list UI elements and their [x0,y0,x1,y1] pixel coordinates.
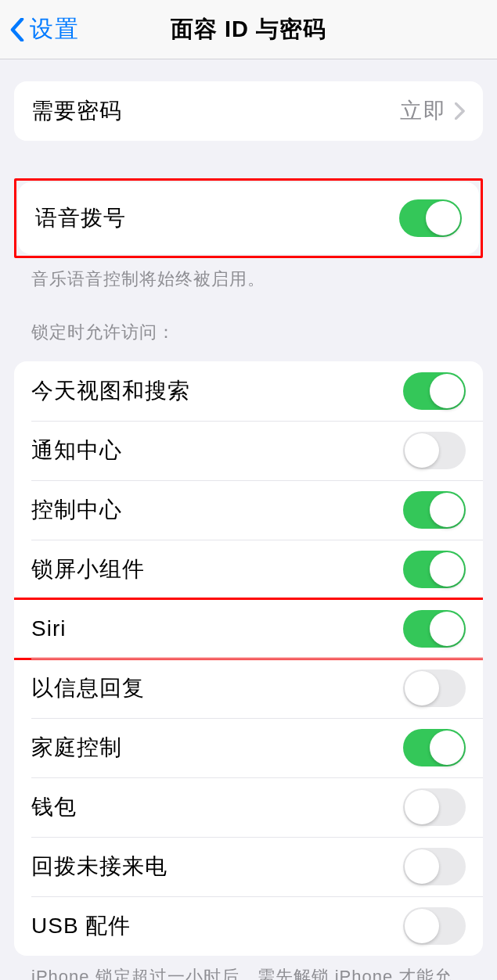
lock-access-label: 回拨未接来电 [31,852,167,881]
require-passcode-value: 立即 [400,96,466,126]
lock-access-row[interactable]: USB 配件 [14,896,483,956]
lock-access-row[interactable]: Siri [14,599,483,659]
lock-access-toggle[interactable] [403,551,466,588]
lock-access-toggle[interactable] [403,432,466,469]
lock-access-toggle[interactable] [403,788,466,826]
lock-access-row[interactable]: 锁屏小组件 [14,540,483,599]
lock-access-label: 以信息回复 [31,673,145,703]
lock-access-toggle[interactable] [403,372,466,410]
chevron-right-icon [455,102,466,120]
lock-access-label: 家庭控制 [31,733,122,763]
require-passcode-group: 需要密码 立即 [14,81,483,141]
voice-dial-label: 语音拨号 [35,203,126,233]
lock-access-label: 钱包 [31,792,77,822]
lock-access-row[interactable]: 控制中心 [14,480,483,540]
voice-dial-toggle[interactable] [399,199,462,237]
back-label: 设置 [30,13,80,45]
back-button[interactable]: 设置 [0,13,80,45]
lock-access-footer: iPhone 锁定超过一小时后，需先解锁 iPhone 才能允许 USB 配件连… [14,956,483,980]
lock-access-header: 锁定时允许访问： [14,291,483,352]
lock-access-toggle[interactable] [403,610,466,648]
lock-access-label: 今天视图和搜索 [31,376,190,406]
voice-dial-footer: 音乐语音控制将始终被启用。 [14,258,483,291]
lock-access-row[interactable]: 今天视图和搜索 [14,361,483,421]
voice-dial-highlight: 语音拨号 [14,178,483,258]
require-passcode-row[interactable]: 需要密码 立即 [14,81,483,141]
lock-access-group: 今天视图和搜索通知中心控制中心锁屏小组件Siri以信息回复家庭控制钱包回拨未接来… [14,361,483,956]
lock-access-label: 锁屏小组件 [31,555,145,584]
lock-access-label: Siri [31,616,66,641]
lock-access-label: USB 配件 [31,911,131,941]
require-passcode-value-text: 立即 [400,96,447,126]
require-passcode-label: 需要密码 [31,96,122,126]
lock-access-toggle[interactable] [403,669,466,707]
lock-access-row[interactable]: 钱包 [14,777,483,837]
lock-access-label: 通知中心 [31,436,122,465]
lock-access-toggle[interactable] [403,491,466,529]
lock-access-toggle[interactable] [403,907,466,945]
voice-dial-row[interactable]: 语音拨号 [18,182,479,254]
lock-access-toggle[interactable] [403,729,466,766]
lock-access-row[interactable]: 家庭控制 [14,718,483,777]
chevron-left-icon [9,18,25,41]
lock-access-row[interactable]: 通知中心 [14,421,483,480]
navigation-header: 设置 面容 ID 与密码 [0,0,497,59]
lock-access-label: 控制中心 [31,495,122,525]
lock-access-toggle[interactable] [403,848,466,885]
voice-dial-group: 语音拨号 [18,182,479,254]
lock-access-row[interactable]: 以信息回复 [14,659,483,718]
lock-access-row[interactable]: 回拨未接来电 [14,837,483,896]
